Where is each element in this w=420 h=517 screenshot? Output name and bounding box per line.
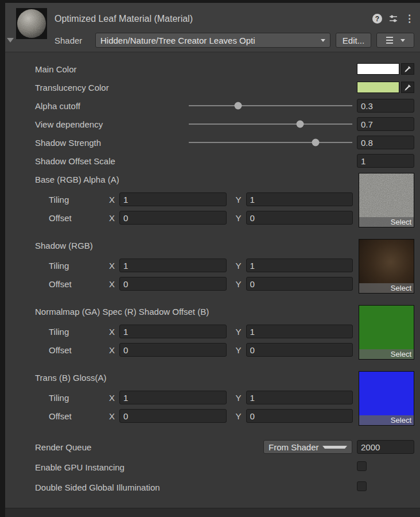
texture-thumbnail[interactable]: Select	[359, 305, 414, 360]
main-color-swatch[interactable]	[357, 63, 399, 75]
chevron-down-icon	[321, 39, 325, 42]
property-label: Translucency Color	[35, 83, 189, 92]
shadow-strength-input[interactable]	[357, 136, 414, 149]
translucency-color-swatch[interactable]	[357, 82, 399, 93]
tiling-x-input[interactable]	[119, 325, 227, 338]
page-title: Optimized Leaf Material (Material)	[55, 14, 193, 24]
material-footer: Render Queue From Shader Enable GPU Inst…	[35, 439, 414, 495]
slider-track[interactable]	[189, 124, 352, 125]
view-dependency-input[interactable]	[357, 117, 414, 131]
view-dependency-slider[interactable]	[189, 117, 352, 132]
material-properties: Main Color Translucency Color	[5, 52, 420, 495]
shadow-strength-row: Shadow Strength	[35, 135, 414, 150]
texture-select-button[interactable]: Select	[359, 283, 414, 293]
x-axis-label: X	[109, 393, 119, 403]
offset-row: Offset X Y	[49, 210, 353, 225]
material-header: Optimized Leaf Material (Material) ? ⋮ S…	[5, 3, 420, 52]
x-axis-label: X	[109, 345, 119, 355]
tiling-row: Tiling X Y	[49, 390, 353, 405]
slider-track[interactable]	[189, 142, 352, 143]
texture-label: Shadow (RGB)	[35, 239, 353, 253]
offset-y-input[interactable]	[246, 409, 353, 423]
texture-label: Normalmap (GA) Spec (R) Shadow Offset (B…	[35, 305, 353, 319]
offset-label: Offset	[49, 279, 109, 289]
alpha-cutoff-slider[interactable]	[189, 98, 352, 113]
offset-x-input[interactable]	[119, 277, 227, 291]
x-axis-label: X	[109, 213, 119, 223]
shader-menu-button[interactable]	[376, 33, 414, 48]
render-queue-input[interactable]	[357, 440, 414, 454]
tiling-row: Tiling X Y	[49, 192, 353, 207]
y-axis-label: Y	[236, 261, 246, 271]
material-foldout-arrow[interactable]	[7, 38, 14, 43]
offset-row: Offset X Y	[49, 408, 353, 423]
render-queue-label: Render Queue	[35, 442, 91, 452]
texture-thumbnail[interactable]: Select	[359, 371, 414, 426]
texture-slot-shadow: Shadow (RGB) Select Tiling X Y Offset X …	[35, 239, 414, 291]
offset-label: Offset	[49, 213, 109, 223]
double-sided-gi-row: Double Sided Global Illumination	[35, 480, 414, 495]
gpu-instancing-checkbox[interactable]	[357, 461, 367, 471]
texture-slot-normalmap: Normalmap (GA) Spec (R) Shadow Offset (B…	[35, 305, 414, 357]
window-bottom-edge	[5, 508, 420, 517]
tiling-y-input[interactable]	[246, 391, 353, 404]
slider-knob[interactable]	[312, 139, 319, 146]
chevron-down-icon	[322, 446, 347, 449]
tiling-y-input[interactable]	[246, 258, 353, 272]
y-axis-label: Y	[236, 213, 246, 223]
offset-y-input[interactable]	[246, 211, 353, 225]
offset-label: Offset	[49, 411, 109, 421]
texture-select-button[interactable]: Select	[359, 349, 414, 359]
x-axis-label: X	[109, 327, 119, 337]
x-axis-label: X	[109, 411, 119, 421]
offset-x-input[interactable]	[119, 343, 227, 357]
tiling-y-input[interactable]	[246, 192, 353, 206]
tiling-x-input[interactable]	[119, 192, 227, 206]
texture-slot-base: Base (RGB) Alpha (A) Select Tiling	[35, 173, 414, 225]
y-axis-label: Y	[236, 279, 246, 289]
shader-label: Shader	[55, 36, 90, 45]
edit-shader-button[interactable]: Edit...	[336, 33, 371, 48]
offset-x-input[interactable]	[119, 409, 227, 423]
render-queue-mode: From Shader	[269, 442, 319, 452]
eyedropper-button[interactable]	[401, 63, 414, 75]
tiling-y-input[interactable]	[246, 325, 353, 338]
eyedropper-icon	[404, 65, 411, 73]
texture-select-button[interactable]: Select	[359, 217, 414, 227]
help-icon[interactable]: ?	[372, 14, 382, 24]
texture-label: Base (RGB) Alpha (A)	[35, 173, 353, 187]
tiling-row: Tiling X Y	[49, 324, 353, 339]
offset-y-input[interactable]	[246, 343, 353, 357]
texture-select-button[interactable]: Select	[359, 415, 414, 425]
shadow-offset-scale-input[interactable]	[357, 154, 414, 168]
offset-y-input[interactable]	[246, 277, 353, 291]
tiling-x-input[interactable]	[119, 258, 227, 272]
tiling-x-input[interactable]	[119, 391, 227, 404]
presets-icon[interactable]	[388, 14, 398, 24]
slider-knob[interactable]	[296, 121, 304, 128]
gpu-instancing-label: Enable GPU Instancing	[35, 462, 125, 472]
double-sided-gi-checkbox[interactable]	[357, 481, 367, 491]
texture-thumbnail[interactable]: Select	[359, 173, 414, 227]
slider-track[interactable]	[189, 105, 352, 106]
offset-row: Offset X Y	[49, 276, 353, 291]
render-queue-row: Render Queue From Shader	[35, 439, 414, 454]
y-axis-label: Y	[236, 411, 246, 421]
offset-x-input[interactable]	[119, 211, 227, 225]
render-queue-dropdown[interactable]: From Shader	[263, 440, 352, 454]
shader-dropdown[interactable]: Hidden/Nature/Tree Creator Leaves Opti	[95, 33, 330, 48]
alpha-cutoff-input[interactable]	[357, 99, 414, 113]
chevron-down-icon	[400, 39, 405, 42]
shadow-strength-slider[interactable]	[189, 135, 352, 150]
sphere-preview-image	[17, 9, 46, 38]
tiling-label: Tiling	[49, 261, 109, 271]
header-icons: ? ⋮	[372, 14, 414, 24]
slider-knob[interactable]	[234, 102, 242, 110]
material-inspector-window: Optimized Leaf Material (Material) ? ⋮ S…	[0, 0, 420, 517]
tiling-label: Tiling	[49, 393, 109, 403]
y-axis-label: Y	[236, 195, 246, 205]
more-menu-icon[interactable]: ⋮	[405, 14, 414, 24]
eyedropper-button[interactable]	[401, 82, 414, 93]
texture-thumbnail[interactable]: Select	[359, 239, 414, 294]
property-label: Shadow Offset Scale	[35, 156, 189, 166]
